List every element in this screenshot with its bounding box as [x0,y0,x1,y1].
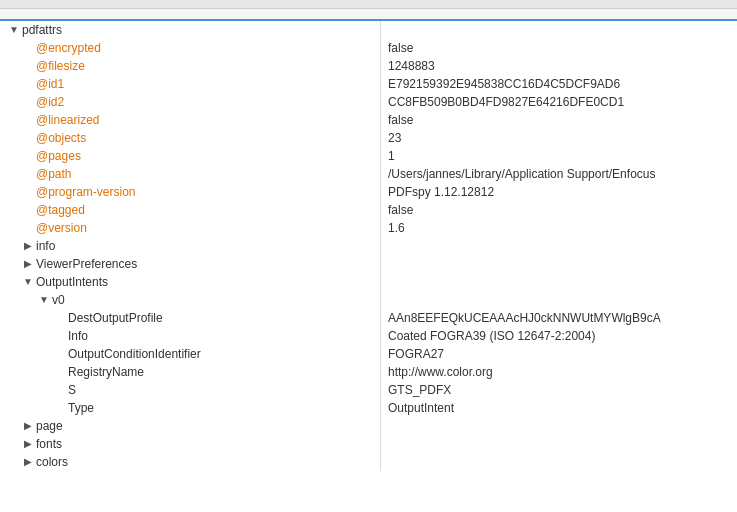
name-cell: ▶info [0,238,380,254]
node-label: @tagged [36,203,85,217]
tree-row[interactable]: @program-versionPDFspy 1.12.12812 [0,183,737,201]
node-label: DestOutputProfile [68,311,163,325]
value-cell: FOGRA27 [380,346,737,362]
tree-toggle[interactable]: ▶ [22,258,34,270]
tree-row[interactable]: ▼v0 [0,291,737,309]
name-cell: @encrypted [0,40,380,56]
value-cell: 1.6 [380,220,737,236]
tree-row[interactable]: SGTS_PDFX [0,381,737,399]
tree-row[interactable]: @pages1 [0,147,737,165]
node-label: @filesize [36,59,85,73]
value-cell: false [380,40,737,56]
column-headers [0,9,737,21]
tree-row[interactable]: InfoCoated FOGRA39 (ISO 12647-2:2004) [0,327,737,345]
value-cell [380,263,737,265]
tree-toggle[interactable]: ▶ [22,438,34,450]
tree-row[interactable]: @filesize1248883 [0,57,737,75]
name-cell: @tagged [0,202,380,218]
tree-row[interactable]: @taggedfalse [0,201,737,219]
node-label: info [36,239,55,253]
tree-toggle[interactable]: ▶ [22,240,34,252]
name-cell: @program-version [0,184,380,200]
tree-toggle[interactable]: ▼ [22,276,34,288]
value-cell: 1248883 [380,58,737,74]
tree-row[interactable]: ▶page [0,417,737,435]
name-cell: ▶colors [0,454,380,470]
tree-row[interactable]: DestOutputProfileAAn8EEFEQkUCEAAAcHJ0ckN… [0,309,737,327]
value-cell: GTS_PDFX [380,382,737,398]
name-cell: @path [0,166,380,182]
name-cell: ▶page [0,418,380,434]
tree-row[interactable]: OutputConditionIdentifierFOGRA27 [0,345,737,363]
node-label: page [36,419,63,433]
node-label: fonts [36,437,62,451]
name-cell: ▶fonts [0,436,380,452]
name-cell: ▼v0 [0,292,380,308]
tree-row[interactable]: RegistryNamehttp://www.color.org [0,363,737,381]
node-label: Info [68,329,88,343]
name-cell: DestOutputProfile [0,310,380,326]
value-cell: OutputIntent [380,400,737,416]
node-label: @program-version [36,185,136,199]
value-cell [380,29,737,31]
node-label: @linearized [36,113,100,127]
name-cell: @linearized [0,112,380,128]
tree-toggle[interactable]: ▼ [8,24,20,36]
tree-row[interactable]: @objects23 [0,129,737,147]
node-label: OutputIntents [36,275,108,289]
name-cell: @id2 [0,94,380,110]
value-cell [380,299,737,301]
value-cell: Coated FOGRA39 (ISO 12647-2:2004) [380,328,737,344]
value-cell: PDFspy 1.12.12812 [380,184,737,200]
value-cell [380,461,737,463]
node-label: @objects [36,131,86,145]
name-cell: @objects [0,130,380,146]
value-cell: false [380,202,737,218]
name-cell: S [0,382,380,398]
value-cell: http://www.color.org [380,364,737,380]
value-column-header [380,12,737,16]
name-cell: OutputConditionIdentifier [0,346,380,362]
tree-row[interactable]: ▼pdfattrs [0,21,737,39]
node-label: @encrypted [36,41,101,55]
node-label: Type [68,401,94,415]
tree-toggle[interactable]: ▼ [38,294,50,306]
name-column-header [0,12,380,16]
value-cell: /Users/jannes/Library/Application Suppor… [380,166,737,182]
node-label: v0 [52,293,65,307]
tree-content[interactable]: ▼pdfattrs@encryptedfalse@filesize1248883… [0,21,737,512]
value-cell [380,281,737,283]
name-cell: @filesize [0,58,380,74]
node-label: OutputConditionIdentifier [68,347,201,361]
tree-row[interactable]: @id2CC8FB509B0BD4FD9827E64216DFE0CD1 [0,93,737,111]
tree-row[interactable]: @version1.6 [0,219,737,237]
value-cell: CC8FB509B0BD4FD9827E64216DFE0CD1 [380,94,737,110]
name-cell: Type [0,400,380,416]
value-cell: 1 [380,148,737,164]
name-cell: @pages [0,148,380,164]
tree-row[interactable]: ▶fonts [0,435,737,453]
node-label: pdfattrs [22,23,62,37]
tree-row[interactable]: TypeOutputIntent [0,399,737,417]
name-cell: RegistryName [0,364,380,380]
name-cell: ▶ViewerPreferences [0,256,380,272]
node-label: @pages [36,149,81,163]
node-label: @id2 [36,95,64,109]
node-label: @path [36,167,72,181]
tree-row[interactable]: @encryptedfalse [0,39,737,57]
node-label: @id1 [36,77,64,91]
title-bar [0,0,737,9]
tree-row[interactable]: @id1E792159392E945838CC16D4C5DCF9AD6 [0,75,737,93]
tree-row[interactable]: ▼OutputIntents [0,273,737,291]
tree-row[interactable]: ▶info [0,237,737,255]
tree-row[interactable]: ▶colors [0,453,737,471]
value-cell [380,425,737,427]
tree-row[interactable]: @path/Users/jannes/Library/Application S… [0,165,737,183]
node-label: ViewerPreferences [36,257,137,271]
tree-toggle[interactable]: ▶ [22,456,34,468]
tree-row[interactable]: @linearizedfalse [0,111,737,129]
tree-row[interactable]: ▶ViewerPreferences [0,255,737,273]
tree-toggle[interactable]: ▶ [22,420,34,432]
value-cell: 23 [380,130,737,146]
value-cell: E792159392E945838CC16D4C5DCF9AD6 [380,76,737,92]
